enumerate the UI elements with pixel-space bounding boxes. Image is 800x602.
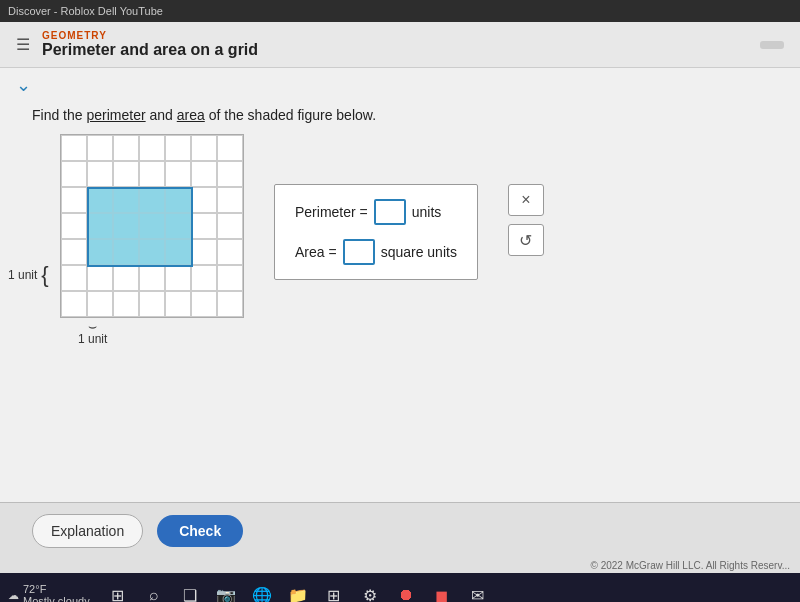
area-input[interactable]: [343, 239, 375, 265]
browser-icon[interactable]: 🌐: [248, 581, 276, 602]
windows-start-icon[interactable]: ⊞: [104, 581, 132, 602]
grid-cell: [165, 135, 191, 161]
grid-cell: [191, 265, 217, 291]
question-text-after: of the shaded figure below.: [205, 107, 376, 123]
grid-cell-shaded: [87, 239, 113, 265]
content-area: 1 unit {: [0, 124, 800, 318]
taskbar: ☁ 72°F Mostly cloudy ⊞ ⌕ ❑ 📷 🌐 📁 ⊞ ⚙ ⏺ ◼…: [0, 573, 800, 602]
grid-cell: [165, 161, 191, 187]
grid-cell: [61, 291, 87, 317]
close-button[interactable]: ×: [508, 184, 544, 216]
perimeter-row: Perimeter = units: [295, 199, 457, 225]
header: ☰ GEOMETRY Perimeter and area on a grid: [0, 22, 800, 68]
grid-cell: [191, 239, 217, 265]
browser-bar: Discover - Roblox Dell YouTube: [0, 0, 800, 22]
weather-description: Mostly cloudy: [23, 595, 90, 602]
undo-button[interactable]: ↺: [508, 224, 544, 256]
grid-cell: [217, 187, 243, 213]
office-icon[interactable]: ◼: [428, 581, 456, 602]
unit-label-left-text: 1 unit: [8, 268, 37, 282]
search-taskbar-icon[interactable]: ⌕: [140, 581, 168, 602]
grid-cell: [113, 135, 139, 161]
grid-cell: [217, 213, 243, 239]
grid-cell: [61, 213, 87, 239]
grid-cell: [87, 265, 113, 291]
taskbar-icons: ⊞ ⌕ ❑ 📷 🌐 📁 ⊞ ⚙ ⏺ ◼ ✉: [104, 581, 492, 602]
check-button[interactable]: Check: [157, 515, 243, 547]
perimeter-unit: units: [412, 204, 442, 220]
brace-bottom-icon: ⌣: [88, 321, 97, 332]
subject-label: GEOMETRY: [42, 30, 258, 41]
grid-cell: [87, 291, 113, 317]
grid-cell-shaded: [139, 239, 165, 265]
perimeter-link[interactable]: perimeter: [86, 107, 145, 123]
brace-left-icon: {: [41, 264, 48, 286]
unit-label-bottom: ⌣ 1 unit: [78, 321, 107, 346]
settings-icon[interactable]: ⚙: [356, 581, 384, 602]
camera-icon[interactable]: 📷: [212, 581, 240, 602]
grid-cell: [61, 239, 87, 265]
grid-cell: [139, 135, 165, 161]
grid-cell: [191, 187, 217, 213]
grid-cell: [191, 213, 217, 239]
grid-cell: [191, 291, 217, 317]
grid-cell: [61, 161, 87, 187]
hamburger-icon[interactable]: ☰: [16, 35, 30, 54]
unit-label-bottom-text: 1 unit: [78, 332, 107, 346]
grid-cell: [113, 161, 139, 187]
grid-cell-shaded: [139, 213, 165, 239]
grid-cell: [165, 291, 191, 317]
grid-cell: [61, 135, 87, 161]
grid-cell: [139, 161, 165, 187]
temperature: 72°F: [23, 583, 90, 595]
grid-cell-shaded: [113, 213, 139, 239]
grid-cell-shaded: [165, 239, 191, 265]
question-text: Find the perimeter and area of the shade…: [32, 107, 376, 123]
grid-cell-shaded: [87, 213, 113, 239]
grid-cell: [61, 187, 87, 213]
grid-cell: [139, 265, 165, 291]
taskbar-weather: ☁ 72°F Mostly cloudy: [8, 583, 90, 602]
header-right: [760, 41, 784, 49]
area-row: Area = square units: [295, 239, 457, 265]
browser-bar-text: Discover - Roblox Dell YouTube: [8, 5, 163, 17]
grid-cell: [217, 161, 243, 187]
copyright-text: © 2022 McGraw Hill LLC. All Rights Reser…: [591, 560, 790, 571]
grid-cell: [139, 291, 165, 317]
area-label: Area =: [295, 244, 337, 260]
grid-cell: [165, 265, 191, 291]
area-unit: square units: [381, 244, 457, 260]
grid-cell-shaded: [165, 213, 191, 239]
mail-icon[interactable]: ✉: [464, 581, 492, 602]
chevron-down-icon[interactable]: ⌄: [16, 75, 31, 95]
question-text-before: Find the: [32, 107, 86, 123]
grid-cell: [113, 291, 139, 317]
grid-cell: [191, 161, 217, 187]
area-link[interactable]: area: [177, 107, 205, 123]
grid-cell: [87, 135, 113, 161]
grid-cell: [113, 265, 139, 291]
files-icon[interactable]: 📁: [284, 581, 312, 602]
grid-cell: [217, 239, 243, 265]
grid-cell-shaded: [139, 187, 165, 213]
grid-container: 1 unit {: [60, 134, 244, 318]
bottom-bar: Explanation Check: [0, 502, 800, 558]
perimeter-input[interactable]: [374, 199, 406, 225]
apps-icon[interactable]: ⊞: [320, 581, 348, 602]
grid-cell: [87, 161, 113, 187]
action-buttons: × ↺: [508, 184, 544, 256]
question-area: Find the perimeter and area of the shade…: [0, 102, 800, 124]
header-info: GEOMETRY Perimeter and area on a grid: [42, 30, 258, 59]
grid-cell-shaded: [165, 187, 191, 213]
taskview-icon[interactable]: ❑: [176, 581, 204, 602]
input-panel: Perimeter = units Area = square units: [274, 184, 478, 280]
record-icon[interactable]: ⏺: [392, 581, 420, 602]
header-right-btn[interactable]: [760, 41, 784, 49]
grid-cell: [217, 135, 243, 161]
grid-cell-shaded: [113, 187, 139, 213]
grid: [60, 134, 244, 318]
chevron-area[interactable]: ⌄: [0, 68, 800, 102]
grid-cell: [217, 291, 243, 317]
explanation-button[interactable]: Explanation: [32, 514, 143, 548]
main-content: ☰ GEOMETRY Perimeter and area on a grid …: [0, 22, 800, 502]
